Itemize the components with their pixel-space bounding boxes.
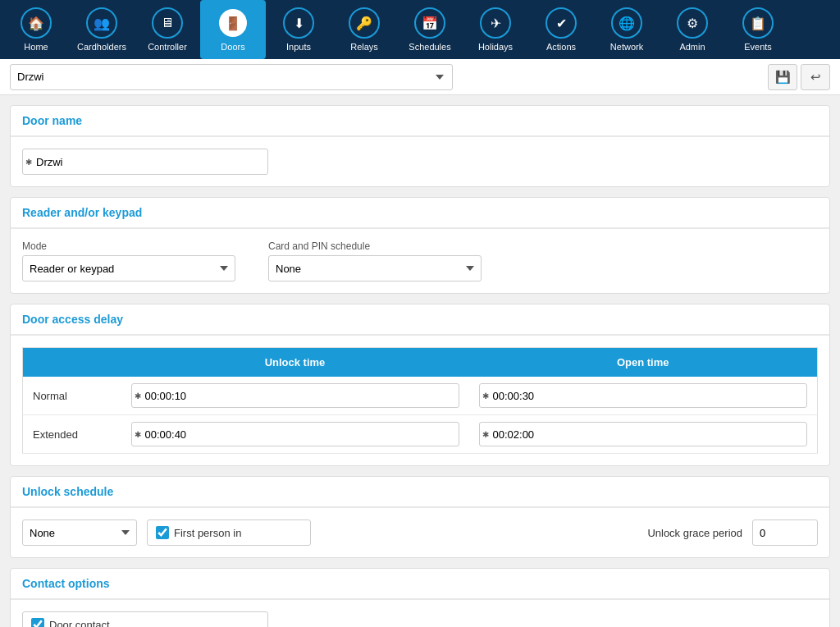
extended-label: Extended <box>23 415 121 454</box>
contact-body: Door contact <box>11 600 829 627</box>
normal-open-cell: ✱ <box>469 377 818 415</box>
nav-item-admin[interactable]: ⚙ Admin <box>660 0 725 59</box>
cardholders-icon: 👥 <box>86 7 117 39</box>
door-contact-checkbox[interactable] <box>31 618 44 627</box>
unlock-title: Unlock schedule <box>22 485 113 498</box>
door-name-input-wrap: ✱ <box>22 149 268 175</box>
delay-col-empty <box>23 348 121 378</box>
holidays-icon: ✈ <box>480 7 511 39</box>
first-person-label[interactable]: First person in <box>147 519 311 546</box>
nav-item-schedules[interactable]: 📅 Schedules <box>397 0 463 59</box>
controller-icon: 🖥 <box>152 7 183 39</box>
door-contact-label[interactable]: Door contact <box>22 611 268 627</box>
door-select[interactable]: Drzwi <box>10 64 453 90</box>
normal-open-input[interactable] <box>479 383 808 408</box>
normal-unlock-input[interactable] <box>131 383 459 408</box>
unlock-row: None First person in Unlock grace period <box>22 519 818 546</box>
contact-header: Contact options <box>11 569 829 599</box>
events-icon: 📋 <box>742 7 774 39</box>
contact-title: Contact options <box>22 577 110 590</box>
reader-body: Mode Reader or keypad Reader only Keypad… <box>11 229 829 293</box>
schedule-select[interactable]: None <box>22 519 137 546</box>
nav-label-admin: Admin <box>679 42 705 52</box>
normal-unlock-cell: ✱ <box>121 377 469 415</box>
nav-item-actions[interactable]: ✔ Actions <box>528 0 594 59</box>
doors-icon: 🚪 <box>217 7 249 39</box>
table-row: Normal ✱ ✱ <box>23 377 818 415</box>
extended-unlock-cell: ✱ <box>121 415 469 454</box>
asterisk-extended-unlock: ✱ <box>135 430 141 439</box>
asterisk-normal-unlock: ✱ <box>135 391 141 400</box>
reader-header: Reader and/or keypad <box>11 198 829 228</box>
nav-item-inputs[interactable]: ⬇ Inputs <box>266 0 331 59</box>
save-button[interactable]: 💾 <box>768 64 797 90</box>
mode-row: Mode Reader or keypad Reader only Keypad… <box>22 240 818 281</box>
extended-open-wrap: ✱ <box>479 422 808 446</box>
breadcrumb-actions: 💾 ↩ <box>768 64 830 90</box>
relays-icon: 🔑 <box>349 7 380 39</box>
nav-item-relays[interactable]: 🔑 Relays <box>331 0 397 59</box>
delay-title: Door access delay <box>22 313 123 326</box>
reader-title: Reader and/or keypad <box>22 206 142 219</box>
nav-item-holidays[interactable]: ✈ Holidays <box>463 0 528 59</box>
delay-col-open: Open time <box>469 348 818 378</box>
nav-label-schedules: Schedules <box>409 42 450 52</box>
pin-select[interactable]: None <box>268 255 482 281</box>
unlock-header: Unlock schedule <box>11 477 829 507</box>
nav-label-holidays: Holidays <box>478 42 513 52</box>
nav-item-events[interactable]: 📋 Events <box>725 0 791 59</box>
back-button[interactable]: ↩ <box>801 64 830 90</box>
schedule-select-wrap: None <box>22 519 137 546</box>
grace-period-input[interactable] <box>752 519 818 546</box>
actions-icon: ✔ <box>546 7 577 39</box>
mode-label: Mode <box>22 240 235 252</box>
breadcrumb-bar: Drzwi 💾 ↩ <box>0 59 840 95</box>
first-person-text: First person in <box>174 527 241 539</box>
door-name-header: Door name <box>11 106 829 136</box>
normal-label: Normal <box>23 377 121 415</box>
nav-bar: 🏠 Home 👥 Cardholders 🖥 Controller 🚪 Door… <box>0 0 840 59</box>
extended-unlock-input[interactable] <box>131 422 459 446</box>
asterisk-icon: ✱ <box>25 158 32 167</box>
delay-col-unlock: Unlock time <box>121 348 469 378</box>
unlock-section: Unlock schedule None First person in Unl… <box>10 476 830 558</box>
nav-item-cardholders[interactable]: 👥 Cardholders <box>69 0 135 59</box>
mode-select[interactable]: Reader or keypad Reader only Keypad only <box>22 255 235 281</box>
extended-open-cell: ✱ <box>469 415 818 454</box>
table-row: Extended ✱ ✱ <box>23 415 818 454</box>
extended-open-input[interactable] <box>479 422 808 446</box>
extended-unlock-wrap: ✱ <box>131 422 459 446</box>
door-name-input[interactable] <box>22 149 268 175</box>
normal-open-wrap: ✱ <box>479 383 808 408</box>
nav-label-home: Home <box>24 42 48 52</box>
home-icon: 🏠 <box>21 7 52 39</box>
door-name-section: Door name ✱ <box>10 105 830 187</box>
nav-item-controller[interactable]: 🖥 Controller <box>135 0 200 59</box>
nav-label-controller: Controller <box>148 42 187 52</box>
door-name-body: ✱ <box>11 137 829 186</box>
nav-item-network[interactable]: 🌐 Network <box>594 0 660 59</box>
door-contact-text: Door contact <box>49 619 110 628</box>
nav-label-network: Network <box>610 42 643 52</box>
schedules-icon: 📅 <box>414 7 445 39</box>
asterisk-normal-open: ✱ <box>482 391 489 400</box>
inputs-icon: ⬇ <box>283 7 314 39</box>
nav-label-doors: Doors <box>221 42 244 52</box>
delay-header: Door access delay <box>11 304 829 335</box>
nav-item-doors[interactable]: 🚪 Doors <box>200 0 266 59</box>
nav-label-relays: Relays <box>350 42 378 52</box>
nav-label-cardholders: Cardholders <box>77 42 126 52</box>
nav-label-inputs: Inputs <box>286 42 311 52</box>
pin-label: Card and PIN schedule <box>268 240 482 252</box>
nav-label-events: Events <box>744 42 772 52</box>
first-person-checkbox[interactable] <box>156 526 169 539</box>
normal-unlock-wrap: ✱ <box>131 383 459 408</box>
delay-body: Unlock time Open time Normal ✱ <box>11 336 829 465</box>
unlock-body: None First person in Unlock grace period <box>11 508 829 557</box>
delay-table-header: Unlock time Open time <box>23 348 818 378</box>
reader-section: Reader and/or keypad Mode Reader or keyp… <box>10 197 830 294</box>
mode-group: Mode Reader or keypad Reader only Keypad… <box>22 240 235 281</box>
asterisk-extended-open: ✱ <box>482 430 489 439</box>
door-name-title: Door name <box>22 114 82 127</box>
nav-item-home[interactable]: 🏠 Home <box>3 0 69 59</box>
